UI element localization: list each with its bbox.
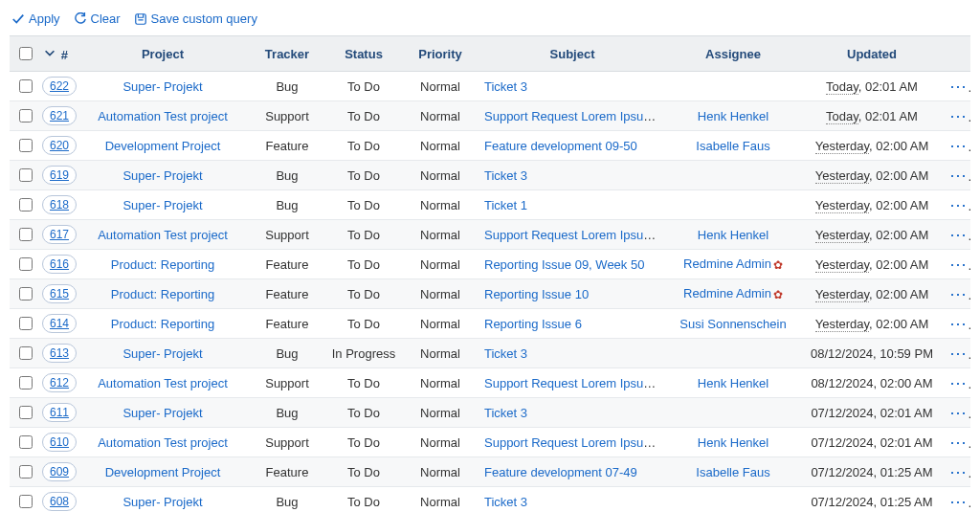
tracker-cell: Support: [249, 368, 325, 398]
subject-link[interactable]: Support Request Lorem Ipsum (09/50): [484, 228, 666, 242]
assignee-link[interactable]: Isabelle Faus: [696, 465, 769, 479]
issue-id-link[interactable]: 619: [42, 166, 77, 185]
select-all-checkbox[interactable]: [19, 47, 33, 60]
row-actions-menu[interactable]: ⋯: [949, 314, 970, 333]
subject-link[interactable]: Ticket 3: [484, 346, 527, 361]
row-actions-menu[interactable]: ⋯: [949, 344, 970, 363]
project-link[interactable]: Super- Projekt: [122, 406, 202, 420]
project-link[interactable]: Product: Reporting: [111, 287, 214, 301]
save-query-button[interactable]: Save custom query: [134, 11, 257, 26]
subject-link[interactable]: Reporting Issue 09, Week 50: [484, 257, 644, 272]
row-actions-menu[interactable]: ⋯: [949, 136, 970, 155]
subject-link[interactable]: Ticket 3: [484, 406, 527, 420]
project-link[interactable]: Automation Test project: [98, 228, 228, 242]
row-checkbox[interactable]: [19, 109, 33, 122]
header-id[interactable]: #: [36, 36, 77, 72]
row-checkbox[interactable]: [19, 287, 33, 301]
row-checkbox[interactable]: [19, 228, 33, 241]
issue-id-link[interactable]: 609: [42, 462, 77, 481]
row-checkbox[interactable]: [19, 346, 33, 360]
issue-id-link[interactable]: 611: [42, 403, 77, 422]
row-actions-menu[interactable]: ⋯: [949, 462, 970, 481]
subject-link[interactable]: Feature development 07-49: [484, 465, 637, 479]
issue-id-link[interactable]: 616: [42, 255, 77, 274]
row-actions-menu[interactable]: ⋯: [949, 166, 970, 185]
row-checkbox[interactable]: [19, 317, 33, 330]
row-checkbox[interactable]: [19, 406, 33, 419]
row-actions-menu[interactable]: ⋯: [949, 284, 970, 303]
status-cell: To Do: [325, 101, 402, 131]
row-actions-menu[interactable]: ⋯: [949, 106, 970, 125]
assignee-link[interactable]: Henk Henkel: [698, 109, 768, 123]
header-updated[interactable]: Updated: [800, 36, 944, 72]
project-link[interactable]: Super- Projekt: [122, 495, 202, 509]
issue-id-link[interactable]: 618: [42, 195, 77, 214]
row-actions-menu[interactable]: ⋯: [949, 77, 970, 96]
subject-link[interactable]: Ticket 3: [484, 79, 527, 94]
row-actions-menu[interactable]: ⋯: [949, 373, 970, 392]
subject-link[interactable]: Feature development 09-50: [484, 139, 637, 153]
clear-button[interactable]: Clear: [74, 11, 121, 26]
project-link[interactable]: Automation Test project: [98, 109, 228, 123]
row-checkbox[interactable]: [19, 79, 33, 93]
issue-id-link[interactable]: 620: [42, 136, 77, 155]
row-actions-menu[interactable]: ⋯: [949, 225, 970, 244]
subject-link[interactable]: Support Request Lorem Ipsum (10/50): [484, 109, 666, 123]
project-link[interactable]: Super- Projekt: [122, 198, 202, 212]
issue-id-link[interactable]: 615: [42, 284, 77, 303]
project-link[interactable]: Super- Projekt: [122, 79, 202, 94]
row-checkbox[interactable]: [19, 257, 33, 271]
issue-id-link[interactable]: 614: [42, 314, 77, 333]
assignee-link[interactable]: Henk Henkel: [698, 376, 768, 390]
header-status[interactable]: Status: [325, 36, 402, 72]
updated-rest: 07/12/2024, 01:25 AM: [811, 495, 932, 509]
header-tracker[interactable]: Tracker: [249, 36, 325, 72]
project-link[interactable]: Development Project: [105, 465, 221, 479]
assignee-link[interactable]: Redmine Admin: [683, 256, 771, 271]
subject-link[interactable]: Ticket 1: [484, 198, 527, 212]
row-checkbox[interactable]: [19, 376, 33, 390]
row-checkbox[interactable]: [19, 139, 33, 152]
assignee-link[interactable]: Henk Henkel: [698, 435, 768, 450]
row-actions-menu[interactable]: ⋯: [949, 403, 970, 422]
project-link[interactable]: Super- Projekt: [122, 346, 202, 361]
issue-id-link[interactable]: 621: [42, 106, 77, 125]
subject-link[interactable]: Ticket 3: [484, 495, 527, 509]
issue-id-link[interactable]: 610: [42, 433, 77, 452]
subject-link[interactable]: Reporting Issue 6: [484, 317, 582, 331]
project-link[interactable]: Super- Projekt: [122, 168, 202, 183]
assignee-link[interactable]: Henk Henkel: [698, 228, 768, 242]
assignee-link[interactable]: Isabelle Faus: [696, 139, 769, 153]
subject-link[interactable]: Support Request Lorem Ipsum (07/49): [484, 435, 666, 450]
row-checkbox[interactable]: [19, 465, 33, 479]
row-checkbox[interactable]: [19, 495, 33, 508]
row-actions-menu[interactable]: ⋯: [949, 433, 970, 452]
row-checkbox[interactable]: [19, 435, 33, 449]
apply-button[interactable]: Apply: [11, 11, 60, 26]
header-assignee[interactable]: Assignee: [666, 36, 800, 72]
project-link[interactable]: Automation Test project: [98, 435, 228, 450]
header-project[interactable]: Project: [77, 36, 249, 72]
row-checkbox[interactable]: [19, 168, 33, 182]
project-link[interactable]: Development Project: [105, 139, 221, 153]
issue-id-link[interactable]: 612: [42, 373, 77, 392]
row-actions-menu[interactable]: ⋯: [949, 195, 970, 214]
updated-relative: Yesterday: [815, 317, 869, 332]
row-actions-menu[interactable]: ⋯: [949, 492, 970, 511]
issue-id-link[interactable]: 622: [42, 77, 77, 96]
row-checkbox[interactable]: [19, 198, 33, 211]
assignee-link[interactable]: Redmine Admin: [683, 286, 771, 301]
assignee-link[interactable]: Susi Sonnenschein: [679, 317, 786, 331]
row-actions-menu[interactable]: ⋯: [949, 255, 970, 274]
issue-id-link[interactable]: 617: [42, 225, 77, 244]
subject-link[interactable]: Support Request Lorem Ipsum (08/49): [484, 376, 666, 390]
issue-id-link[interactable]: 608: [42, 492, 77, 511]
subject-link[interactable]: Ticket 3: [484, 168, 527, 183]
project-link[interactable]: Automation Test project: [98, 376, 228, 390]
header-priority[interactable]: Priority: [402, 36, 479, 72]
project-link[interactable]: Product: Reporting: [111, 257, 214, 272]
project-link[interactable]: Product: Reporting: [111, 317, 214, 331]
issue-id-link[interactable]: 613: [42, 344, 77, 363]
header-subject[interactable]: Subject: [479, 36, 666, 72]
subject-link[interactable]: Reporting Issue 10: [484, 287, 589, 301]
